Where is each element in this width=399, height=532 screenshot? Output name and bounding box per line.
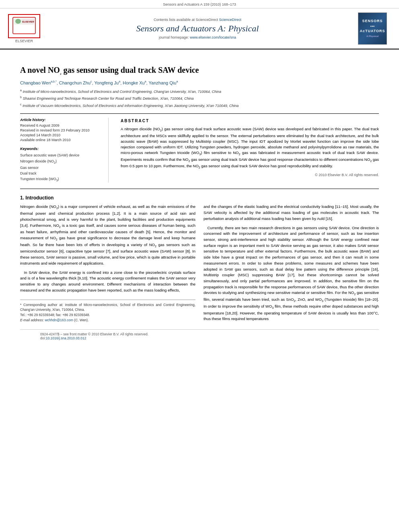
intro-col-1: Nitrogen dioxide (NO2) is a major compon… — [20, 204, 195, 325]
affiliation-a: a Institute of Micro-nanoelectronics, Sc… — [20, 88, 379, 95]
accepted: Accepted 14 March 2010 — [20, 133, 100, 137]
keyword-3: Gas sensor — [20, 165, 100, 170]
abstract-title: ABSTRACT — [121, 118, 379, 124]
intro-col-2: and the changes of the elastic loading a… — [204, 204, 379, 325]
footnote-email: E-mail address: wchhdn@163.com (C. Wen). — [20, 318, 195, 323]
footnote-star: * Corresponding author at: Institute of … — [20, 302, 195, 313]
elsevier-logo-box: 🌿 ELSEVIER — [8, 14, 40, 38]
footnote-area: * Corresponding author at: Institute of … — [20, 300, 195, 323]
history-title: Article history: — [20, 118, 100, 122]
received-2: Received in revised form 23 February 201… — [20, 128, 100, 132]
footnote-tel: Tel.: +86 29 82339348; fax: +86 29 82339… — [20, 312, 195, 318]
sensors-actuators-logo: SENSORS ●●● AcTUATORS A Physical — [358, 12, 387, 45]
keywords-list: Surface acoustic wave (SAW) device Nitro… — [20, 152, 100, 183]
intro-two-col: Nitrogen dioxide (NO2) is a major compon… — [20, 204, 379, 325]
divider-2 — [20, 189, 379, 189]
intro-col2-para-2: Currently, there are two main research d… — [204, 225, 379, 322]
actuators-text: AcTUATORS — [360, 29, 385, 34]
authors-line: Changbao Wena,b,*, Changchun Zhuc, Yongf… — [20, 80, 379, 85]
footer-bar: 0924-4247/$ – see front matter © 2010 El… — [20, 329, 379, 343]
abstract-column: ABSTRACT A nitrogen dioxide (NO2) gas se… — [121, 118, 379, 183]
keyword-1: Surface acoustic wave (SAW) device — [20, 152, 100, 158]
content-area: A novel NO2 gas sensor using dual track … — [0, 49, 399, 351]
email-link[interactable]: wchhdn@163.com — [45, 318, 73, 322]
intro-para-1: Nitrogen dioxide (NO2) is a major compon… — [20, 204, 195, 266]
received-1: Received 6 August 2009 — [20, 123, 100, 127]
elsevier-label: ELSEVIER — [8, 39, 40, 43]
sciencedirect-line: Contents lists available at ScienceDirec… — [48, 18, 347, 22]
elsevier-logo-area: 🌿 ELSEVIER ELSEVIER — [8, 14, 40, 43]
intro-col2-para-1: and the changes of the elastic loading a… — [204, 204, 379, 222]
copyright-line: © 2010 Elsevier B.V. All rights reserved… — [121, 173, 379, 178]
keyword-2: Nitrogen dioxide (NO2) — [20, 158, 100, 165]
doi-link[interactable]: 10.1016/j.sna.2010.03.012 — [46, 336, 86, 340]
journal-citation-bar: Sensors and Actuators A 159 (2010) 168–1… — [0, 0, 399, 8]
keyword-5: Tungsten trioxide (WO3) — [20, 176, 100, 183]
keywords-title: Keywords: — [20, 147, 100, 151]
available-online: Available online 18 March 2010 — [20, 138, 100, 142]
section-1-heading: 1. Introduction — [20, 195, 379, 201]
article-info-abstract: Article history: Received 6 August 2009 … — [20, 118, 379, 183]
footer-issn: 0924-4247/$ – see front matter © 2010 El… — [40, 332, 359, 336]
keyword-4: Dual track — [20, 170, 100, 176]
sciencedirect-link[interactable]: ScienceDirect — [219, 18, 242, 22]
affiliation-b: b Shaanxi Engineering and Technique Rese… — [20, 95, 379, 102]
affiliations-block: a Institute of Micro-nanoelectronics, Sc… — [20, 88, 379, 109]
footer-doi: doi:10.1016/j.sna.2010.03.012 — [40, 336, 359, 340]
sensors-text: SENSORS — [362, 18, 383, 24]
article-title: A novel NO2 gas sensor using dual track … — [20, 65, 379, 76]
citation-text: Sensors and Actuators A 159 (2010) 168–1… — [163, 2, 236, 6]
logo-subtitle: A Physical — [366, 35, 378, 38]
affiliation-c: c Institute of Vacuum Microelectronics, … — [20, 103, 379, 109]
journal-name: Sensors and Actuators A: Physical — [48, 23, 347, 34]
sensors-logo-area: SENSORS ●●● AcTUATORS A Physical — [355, 12, 387, 45]
svg-text:ELSEVIER: ELSEVIER — [22, 21, 34, 23]
article-info-column: Article history: Received 6 August 2009 … — [20, 118, 109, 183]
body-section: 1. Introduction Nitrogen dioxide (NO2) i… — [20, 195, 379, 325]
journal-title-area: Contents lists available at ScienceDirec… — [40, 18, 355, 39]
journal-url[interactable]: www.elsevier.com/locate/sna — [190, 35, 236, 39]
intro-para-2: In SAW device, the SAW energy is confine… — [20, 270, 195, 294]
logo-decoration: ●●● — [370, 25, 375, 28]
divider-1 — [20, 113, 379, 114]
journal-header: 🌿 ELSEVIER ELSEVIER Contents lists avail… — [0, 8, 399, 49]
svg-point-3 — [15, 19, 21, 24]
journal-homepage: journal homepage: www.elsevier.com/locat… — [48, 35, 347, 39]
page: Sensors and Actuators A 159 (2010) 168–1… — [0, 0, 399, 532]
abstract-text: A nitrogen dioxide (NO2) gas sensor usin… — [121, 126, 379, 170]
